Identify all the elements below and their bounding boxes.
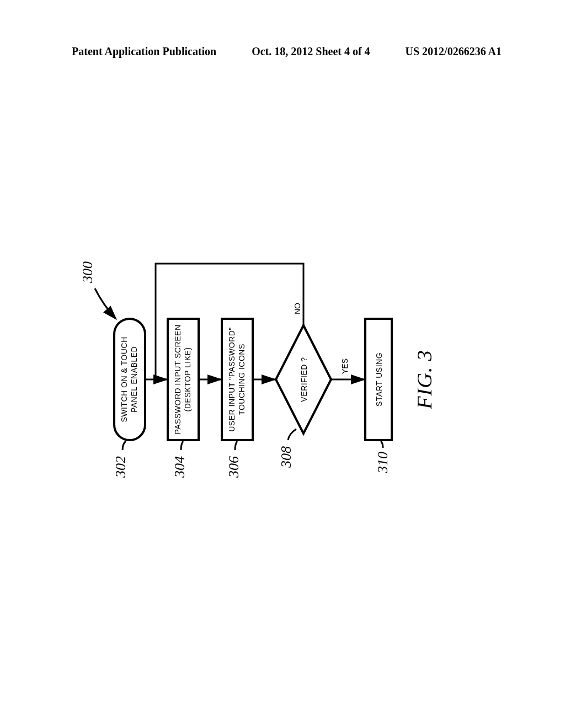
ref-310-text: 310: [375, 452, 391, 474]
ref-306: 306: [226, 441, 242, 478]
header-center: Oct. 18, 2012 Sheet 4 of 4: [252, 45, 370, 58]
edge-yes: YES: [331, 358, 364, 379]
ref-308-text: 308: [278, 446, 294, 468]
node-308: VERIFIED ?: [276, 325, 331, 433]
ref-304: 304: [172, 441, 188, 478]
header-right: US 2012/0266236 A1: [406, 45, 502, 58]
ref-300-text: 300: [79, 261, 95, 283]
node-304-line2: (DESKTOP LIKE): [183, 347, 192, 412]
node-306-line2: TOUCHING ICONS: [237, 344, 246, 415]
edge-no-label: NO: [293, 303, 302, 314]
ref-306-text: 306: [226, 456, 242, 478]
ref-302-text: 302: [113, 456, 129, 478]
ref-300: 300: [79, 261, 116, 319]
figure-label: FIG. 3: [413, 350, 436, 409]
node-306: USER INPUT "PASSWORD" TOUCHING ICONS: [222, 319, 253, 440]
node-306-line1: USER INPUT "PASSWORD": [227, 327, 236, 432]
node-302-line2: PANEL ENABLED: [130, 346, 138, 413]
ref-302: 302: [113, 441, 129, 478]
node-308-label: VERIFIED ?: [300, 357, 308, 402]
node-310-label: START USING: [375, 352, 383, 406]
node-310: START USING: [365, 319, 392, 440]
node-304-line1: PASSWORD INPUT SCREEN: [173, 324, 182, 434]
ref-304-text: 304: [172, 456, 188, 478]
edge-yes-label: YES: [340, 358, 349, 374]
page-header: Patent Application Publication Oct. 18, …: [0, 0, 565, 58]
node-302: SWITCH ON & TOUCH PANEL ENABLED: [114, 319, 145, 440]
ref-308: 308: [278, 429, 296, 468]
figure-canvas: 300 SWITCH ON & TOUCH PANEL ENABLED 302 …: [57, 88, 508, 673]
ref-310: 310: [375, 441, 391, 474]
node-302-line1: SWITCH ON & TOUCH: [120, 337, 129, 422]
header-left: Patent Application Publication: [72, 45, 216, 58]
node-304: PASSWORD INPUT SCREEN (DESKTOP LIKE): [168, 319, 199, 440]
